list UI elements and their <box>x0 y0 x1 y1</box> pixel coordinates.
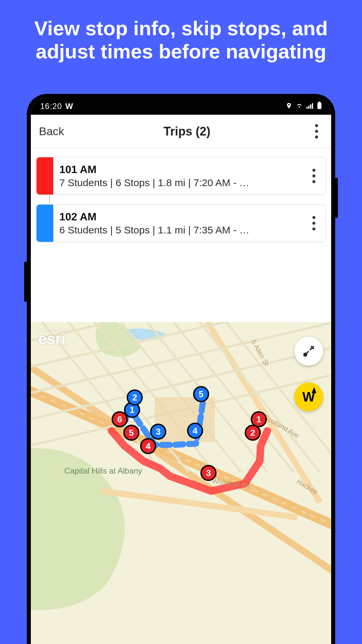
svg-rect-4 <box>318 102 320 103</box>
status-carrier-glyph: W <box>65 102 73 111</box>
trip-menu-button[interactable] <box>307 213 320 233</box>
svg-rect-0 <box>306 107 308 109</box>
status-time: 16:20 <box>40 102 62 111</box>
battery-icon <box>317 102 322 111</box>
page-title: Trips (2) <box>164 124 210 139</box>
trip-subtitle: 6 Students | 5 Stops | 1.1 mi | 7:35 AM … <box>59 224 299 236</box>
map-stop-marker[interactable]: 4 <box>140 438 156 454</box>
trip-color-indicator <box>37 157 53 195</box>
map-stop-marker[interactable]: 3 <box>150 424 166 440</box>
tools-icon <box>302 344 315 358</box>
promo-headline: View stop info, skip stops, and adjust t… <box>0 0 362 63</box>
svg-rect-1 <box>308 106 310 109</box>
device-frame: 16:20 W Back Trips (2) <box>27 94 335 644</box>
arrow-up-icon <box>312 387 316 393</box>
map-stop-marker[interactable]: 6 <box>112 411 128 427</box>
map-stop-marker[interactable]: 3 <box>200 465 217 481</box>
map-tools-button[interactable] <box>294 337 323 366</box>
map-stop-marker[interactable]: 5 <box>193 386 209 402</box>
wifi-icon <box>296 102 303 111</box>
svg-rect-2 <box>310 104 311 109</box>
svg-rect-5 <box>317 103 321 109</box>
trip-card[interactable]: 101 AM 7 Students | 6 Stops | 1.8 mi | 7… <box>36 157 326 195</box>
map-stop-marker[interactable]: 4 <box>187 423 203 439</box>
signal-icon <box>306 102 314 111</box>
trip-card[interactable]: 102 AM 6 Students | 5 Stops | 1.1 mi | 7… <box>36 204 326 242</box>
trip-title: 101 AM <box>59 163 299 176</box>
trip-title: 102 AM <box>59 211 299 223</box>
svg-rect-3 <box>312 103 313 109</box>
compass-button[interactable]: W <box>294 382 323 411</box>
map-stop-marker[interactable]: 2 <box>127 389 143 406</box>
trip-menu-button[interactable] <box>307 166 320 186</box>
back-button[interactable]: Back <box>39 125 64 138</box>
overflow-menu-button[interactable] <box>310 121 323 142</box>
trip-color-indicator <box>37 205 53 242</box>
map-view[interactable]: POWERED BY esri W Capital Hills at Alban… <box>31 322 331 644</box>
map-stop-marker[interactable]: 5 <box>123 425 139 441</box>
map-park-label: Capital Hills at Albany <box>64 466 142 476</box>
map-stop-marker[interactable]: 2 <box>245 425 261 441</box>
status-bar: 16:20 W <box>31 98 331 115</box>
trip-list: 101 AM 7 Students | 6 Stops | 1.8 mi | 7… <box>31 148 331 322</box>
screen: 16:20 W Back Trips (2) <box>31 98 331 644</box>
app-bar: Back Trips (2) <box>31 115 331 148</box>
location-icon <box>286 102 292 111</box>
trip-subtitle: 7 Students | 6 Stops | 1.8 mi | 7:20 AM … <box>59 177 299 189</box>
map-attribution: POWERED BY esri <box>38 328 70 346</box>
